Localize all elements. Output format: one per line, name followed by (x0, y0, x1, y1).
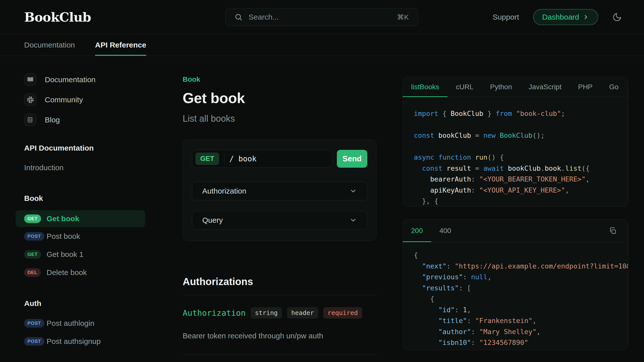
method-badge-get: GET (24, 214, 41, 223)
type-badge: string (251, 307, 282, 319)
sidebar-link-community[interactable]: Community (24, 94, 145, 106)
endpoint-row: GET / book Send (192, 150, 367, 168)
moon-icon (612, 12, 622, 22)
header-right: Support Dashboard (493, 0, 622, 34)
search-bar[interactable]: ⌘K (225, 8, 418, 26)
auth-param-row: Authorization string header required (183, 307, 377, 319)
location-badge: header (287, 307, 318, 319)
breadcrumb: Book (183, 75, 377, 83)
copy-icon (627, 83, 628, 91)
sidebar-item-post-authsignup[interactable]: POST Post authsignup (24, 333, 145, 350)
search-input[interactable] (249, 13, 391, 21)
dropdown-label: Query (202, 216, 223, 224)
main-content: Book Get book List all books GET / book … (183, 75, 377, 354)
sidebar-link-label: Community (45, 96, 83, 104)
section-heading-book: Book (24, 194, 145, 203)
code-tab-listbooks[interactable]: listBooks (403, 77, 448, 97)
book-icon (24, 73, 36, 86)
divider (224, 154, 224, 164)
code-example-card: listBooks cURL Python JavaScript PHP Go … (403, 77, 628, 207)
chevron-down-icon (349, 187, 357, 195)
top-header: BookClub ⌘K Support Dashboard (0, 0, 644, 34)
endpoint-input[interactable]: GET / book (192, 150, 332, 168)
sidebar-link-documentation[interactable]: Documentation (24, 73, 145, 86)
response-card: 200 400 { "next": "https://api.example.c… (403, 219, 628, 350)
sidebar-item-post-authlogin[interactable]: POST Post authlogin (24, 315, 145, 332)
tab-api-reference[interactable]: API Reference (95, 34, 146, 56)
code-tab-curl[interactable]: cURL (448, 77, 482, 97)
method-badge-get: GET (24, 250, 41, 259)
copy-icon (609, 227, 617, 235)
code-tab-python[interactable]: Python (482, 77, 520, 97)
nav-tab-bar: Documentation API Reference (0, 34, 644, 56)
response-json-block[interactable]: { "next": "https://api.example.com/endpo… (403, 242, 628, 348)
divider (183, 354, 377, 354)
dashboard-button[interactable]: Dashboard (533, 9, 598, 25)
search-shortcut: ⌘K (397, 13, 409, 21)
section-heading-api-documentation: API Documentation (24, 144, 145, 152)
sidebar-item-label: Delete book (47, 268, 87, 277)
sidebar-item-label: Get book (47, 214, 79, 223)
sidebar-item-get-book-1[interactable]: GET Get book 1 (24, 246, 145, 263)
response-tabs: 200 400 (403, 219, 628, 242)
copy-code-button[interactable] (627, 77, 628, 97)
auth-param-name: Authorization (183, 308, 246, 318)
page-subtitle: List all books (183, 113, 377, 124)
authorization-dropdown[interactable]: Authorization (192, 182, 367, 200)
query-dropdown[interactable]: Query (192, 211, 367, 230)
response-tab-200[interactable]: 200 (403, 219, 431, 242)
code-tabs: listBooks cURL Python JavaScript PHP Go (403, 77, 628, 97)
dark-mode-toggle[interactable] (612, 12, 622, 22)
section-heading-auth: Auth (24, 299, 145, 308)
endpoint-method-badge: GET (195, 153, 219, 165)
sidebar: Documentation Community Blog API Documen… (24, 73, 145, 350)
code-tab-php[interactable]: PHP (570, 77, 601, 97)
search-icon (234, 13, 243, 21)
sidebar-link-blog[interactable]: Blog (24, 114, 145, 126)
code-tab-javascript[interactable]: JavaScript (520, 77, 570, 97)
sidebar-item-label: Post authsignup (47, 337, 101, 346)
sidebar-item-get-book[interactable]: GET Get book (16, 210, 145, 227)
dropdown-label: Authorization (202, 187, 246, 195)
send-button[interactable]: Send (337, 150, 367, 168)
divider (183, 295, 377, 295)
sidebar-item-delete-book[interactable]: DEL Delete book (24, 264, 145, 281)
sidebar-link-label: Blog (45, 116, 60, 124)
newspaper-icon (24, 114, 36, 126)
sidebar-item-introduction[interactable]: Introduction (24, 163, 145, 172)
page-title: Get book (183, 89, 377, 106)
authorizations-heading: Authorizations (183, 276, 377, 287)
required-badge: required (323, 307, 362, 319)
chevron-down-icon (349, 216, 357, 224)
dashboard-label: Dashboard (542, 13, 579, 21)
sidebar-link-label: Documentation (45, 75, 96, 84)
sidebar-item-label: Post authlogin (47, 319, 94, 328)
endpoint-path: / book (229, 154, 257, 163)
method-badge-del: DEL (24, 268, 41, 277)
slack-icon (24, 94, 36, 106)
method-badge-post: POST (24, 319, 44, 328)
sidebar-item-post-book[interactable]: POST Post book (24, 228, 145, 245)
method-badge-post: POST (24, 337, 44, 346)
right-panel: listBooks cURL Python JavaScript PHP Go … (403, 77, 628, 350)
support-link[interactable]: Support (493, 13, 519, 21)
api-playground: GET / book Send Authorization Query (183, 140, 377, 241)
sidebar-item-label: Get book 1 (47, 250, 84, 259)
auth-description: Bearer token received through un/pw auth (183, 332, 377, 340)
code-tab-go[interactable]: Go (601, 77, 627, 97)
copy-response-button[interactable] (609, 219, 628, 242)
chevron-right-icon (583, 14, 589, 20)
method-badge-post: POST (24, 232, 44, 241)
sidebar-item-label: Post book (47, 232, 80, 241)
response-tab-400[interactable]: 400 (431, 219, 460, 242)
code-block[interactable]: import { BookClub } from "book-club"; co… (403, 97, 628, 207)
tab-documentation[interactable]: Documentation (24, 34, 75, 56)
logo[interactable]: BookClub (24, 10, 91, 24)
